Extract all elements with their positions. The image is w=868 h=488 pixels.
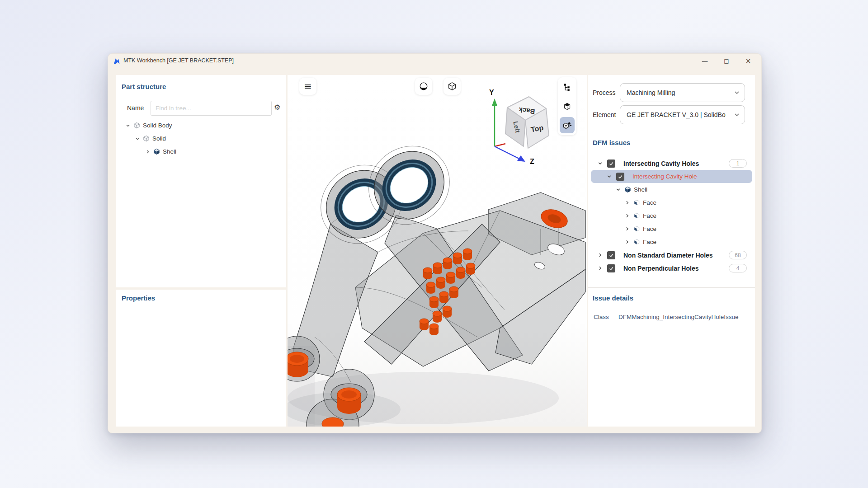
dfm-shell-label: Shell xyxy=(634,186,647,193)
app-window: MTK Workbench [GE JET BRACKET.STEP] — □ … xyxy=(108,53,762,433)
view-cube[interactable]: Back Left Top Y Z xyxy=(486,86,562,165)
tree-item-solid-body[interactable]: Solid Body xyxy=(116,119,286,132)
element-value: GE JET BRACKET V_3.0 | SolidBo xyxy=(627,111,734,118)
chevron-right-icon[interactable] xyxy=(623,239,631,244)
issue-details-title: Issue details xyxy=(593,294,633,302)
chevron-down-icon[interactable] xyxy=(596,161,604,166)
face-icon xyxy=(633,225,640,232)
checkbox-checked[interactable] xyxy=(616,173,624,181)
process-value: Machining Milling xyxy=(627,89,734,96)
chevron-down-icon[interactable] xyxy=(134,136,141,141)
issue-count-badge: 4 xyxy=(729,264,747,272)
tree-search-row: Name ⚙ xyxy=(116,101,286,116)
part-tree: Solid Body Solid xyxy=(116,119,286,158)
checkbox-checked[interactable] xyxy=(607,160,615,168)
cube-shaded-face-icon[interactable] xyxy=(560,98,575,114)
chevron-down-icon[interactable] xyxy=(605,174,613,179)
issue-class-row: Class DFMMachining_IntersectingCavityHol… xyxy=(594,314,739,320)
axis-z-label: Z xyxy=(530,158,534,165)
shell-cube-icon xyxy=(624,186,631,193)
face-icon xyxy=(633,212,640,219)
process-row: Process Machining Milling xyxy=(588,83,755,103)
dfm-category-non-standard-diameter-holes[interactable]: Non Standard Diameter Holes 68 xyxy=(591,249,752,262)
dfm-face-node[interactable]: Face xyxy=(591,209,752,222)
checkbox-checked[interactable] xyxy=(607,251,615,259)
properties-panel: Properties xyxy=(116,290,286,427)
dfm-face-label: Face xyxy=(643,199,656,206)
shell-cube-icon xyxy=(153,148,160,155)
dfm-category-label: Non Perpendicular Holes xyxy=(623,265,698,272)
gear-icon[interactable]: ⚙ xyxy=(274,103,280,112)
maximize-button[interactable]: □ xyxy=(719,55,734,67)
name-label: Name xyxy=(127,104,144,112)
chevron-down-icon xyxy=(734,112,740,118)
chevron-down-icon[interactable] xyxy=(614,187,622,192)
solid-cube-icon xyxy=(143,135,150,142)
tree-item-label: Shell xyxy=(163,148,176,155)
part-structure-panel: Part structure Name ⚙ Solid Body xyxy=(116,75,286,287)
app-logo-icon xyxy=(113,57,121,65)
shaded-sphere-icon[interactable] xyxy=(415,78,432,95)
process-dropdown[interactable]: Machining Milling xyxy=(620,83,745,102)
dfm-category-non-perpendicular-holes[interactable]: Non Perpendicular Holes 4 xyxy=(591,262,752,275)
checkbox-checked[interactable] xyxy=(607,264,615,272)
close-button[interactable]: × xyxy=(741,55,756,67)
tree-item-shell[interactable]: Shell xyxy=(116,145,286,158)
dfm-face-node[interactable]: Face xyxy=(591,196,752,209)
class-label: Class xyxy=(594,314,618,320)
menu-icon[interactable]: ≡ xyxy=(299,78,316,95)
dfm-face-label: Face xyxy=(643,225,656,232)
panel-divider xyxy=(588,287,755,288)
properties-title: Properties xyxy=(122,294,155,302)
chevron-right-icon[interactable] xyxy=(623,226,631,231)
issue-count-badge: 68 xyxy=(729,251,747,259)
chevron-right-icon[interactable] xyxy=(623,213,631,218)
model-tree-icon[interactable] xyxy=(560,79,575,95)
dfm-issue-intersecting-cavity-hole[interactable]: Intersecting Cavity Hole xyxy=(591,170,752,183)
class-value: DFMMachining_IntersectingCavityHoleIssue xyxy=(618,314,739,320)
chevron-down-icon xyxy=(734,89,740,96)
dfm-face-node[interactable]: Face xyxy=(591,235,752,249)
face-icon xyxy=(633,199,640,206)
chevron-down-icon[interactable] xyxy=(124,123,132,128)
dfm-panel: Process Machining Milling Element GE JET… xyxy=(588,75,755,427)
dfm-category-label: Non Standard Diameter Holes xyxy=(623,252,713,259)
dfm-category-intersecting-cavity-holes[interactable]: Intersecting Cavity Holes 1 xyxy=(591,157,752,170)
axis-y-label: Y xyxy=(489,89,494,96)
viewport-3d[interactable]: ≡ Back Left Top xyxy=(288,75,587,427)
tree-item-label: Solid Body xyxy=(143,122,172,129)
dfm-shell-node[interactable]: Shell xyxy=(591,183,752,196)
face-icon xyxy=(633,239,640,245)
titlebar: MTK Workbench [GE JET BRACKET.STEP] — □ … xyxy=(108,54,761,69)
dfm-issues-tree: Intersecting Cavity Holes 1 Intersecting… xyxy=(588,157,755,275)
dfm-category-label: Intersecting Cavity Holes xyxy=(623,160,699,167)
issue-count-badge: 1 xyxy=(729,159,747,168)
part-structure-title: Part structure xyxy=(122,83,166,90)
solid-cube-icon xyxy=(133,122,140,129)
chevron-right-icon[interactable] xyxy=(596,253,604,258)
dfm-face-label: Face xyxy=(643,239,656,245)
process-label: Process xyxy=(588,89,620,96)
element-label: Element xyxy=(588,111,620,118)
chevron-right-icon[interactable] xyxy=(596,266,604,271)
dfm-face-node[interactable]: Face xyxy=(591,222,752,235)
window-title: MTK Workbench [GE JET BRACKET.STEP] xyxy=(123,57,234,64)
tree-item-solid[interactable]: Solid xyxy=(116,132,286,145)
element-dropdown[interactable]: GE JET BRACKET V_3.0 | SolidBo xyxy=(620,105,745,124)
dfm-issues-title: DFM issues xyxy=(593,139,630,146)
chevron-right-icon[interactable] xyxy=(623,200,631,205)
dfm-issue-label: Intersecting Cavity Hole xyxy=(632,173,697,180)
wireframe-cube-icon[interactable] xyxy=(443,78,461,95)
cube-with-holes-icon[interactable] xyxy=(560,117,575,133)
window-controls: — □ × xyxy=(697,55,756,67)
tree-item-label: Solid xyxy=(152,135,166,142)
dfm-face-label: Face xyxy=(643,212,656,219)
view-tools-stack xyxy=(558,77,576,135)
element-row: Element GE JET BRACKET V_3.0 | SolidBo xyxy=(588,105,755,125)
minimize-button[interactable]: — xyxy=(697,55,712,67)
chevron-right-icon[interactable] xyxy=(144,150,151,154)
find-in-tree-input[interactable] xyxy=(151,101,272,116)
